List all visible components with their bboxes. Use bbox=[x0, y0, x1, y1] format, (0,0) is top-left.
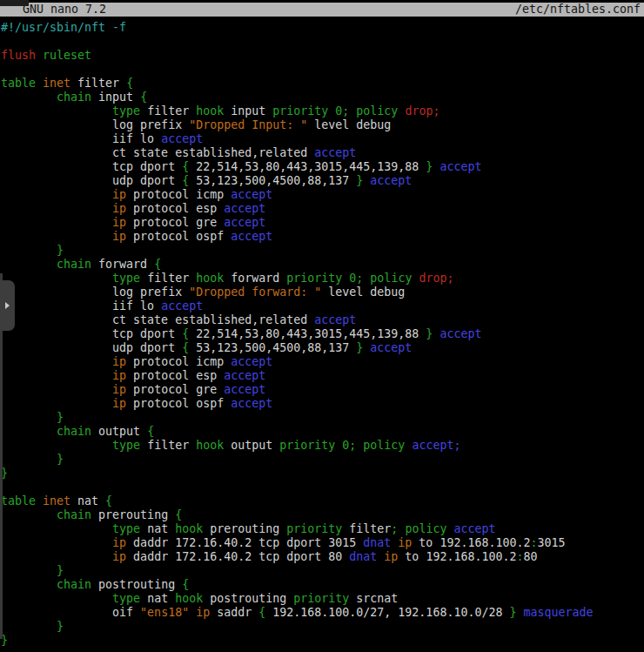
code-line[interactable]: ct state established,related accept bbox=[1, 146, 594, 160]
code-line[interactable] bbox=[1, 35, 594, 49]
code-line[interactable]: } bbox=[1, 411, 594, 425]
code-line[interactable]: udp dport { 53,123,500,4500,88,137 } acc… bbox=[1, 174, 594, 188]
code-line[interactable]: ip protocol esp accept bbox=[1, 202, 594, 216]
code-line[interactable]: type filter hook output priority 0; poli… bbox=[1, 439, 594, 453]
code-line[interactable]: } bbox=[1, 453, 594, 467]
code-line[interactable]: type filter hook input priority 0; polic… bbox=[1, 104, 594, 118]
code-line[interactable]: udp dport { 53,123,500,4500,88,137 } acc… bbox=[1, 341, 594, 355]
code-line[interactable]: chain prerouting { bbox=[1, 508, 594, 522]
code-line[interactable]: ip daddr 172.16.40.2 tcp dport 80 dnat i… bbox=[1, 550, 594, 564]
code-line[interactable] bbox=[1, 481, 594, 494]
code-line[interactable]: chain forward { bbox=[1, 258, 594, 272]
code-line[interactable]: table inet nat { bbox=[1, 494, 594, 508]
chevron-right-icon bbox=[5, 302, 10, 309]
code-line[interactable]: chain postrouting { bbox=[1, 578, 594, 592]
code-line[interactable]: } bbox=[1, 620, 594, 634]
code-line[interactable]: flush ruleset bbox=[1, 49, 594, 63]
code-line[interactable]: ip protocol icmp accept bbox=[1, 355, 594, 369]
code-line[interactable]: } bbox=[1, 564, 594, 578]
code-line[interactable]: log prefix "Dropped Input: " level debug bbox=[1, 118, 594, 132]
code-line[interactable]: chain input { bbox=[1, 91, 594, 104]
code-line[interactable]: ip protocol ospf accept bbox=[1, 397, 594, 411]
code-line[interactable]: log prefix "Dropped forward: " level deb… bbox=[1, 286, 594, 299]
corner-notch bbox=[0, 0, 29, 6]
file-path: /etc/nftables.conf bbox=[515, 3, 644, 17]
code-line[interactable] bbox=[1, 63, 594, 77]
code-line[interactable]: chain output { bbox=[1, 425, 594, 439]
code-line[interactable]: iif lo accept bbox=[1, 132, 594, 146]
code-line[interactable]: type nat hook prerouting priority filter… bbox=[1, 522, 594, 536]
code-line[interactable]: ip protocol ospf accept bbox=[1, 230, 594, 244]
panel-toggle-tab[interactable] bbox=[0, 280, 15, 331]
code-line[interactable]: type nat hook postrouting priority srcna… bbox=[1, 592, 594, 606]
code-line[interactable]: } bbox=[1, 244, 594, 258]
code-line[interactable]: ip protocol gre accept bbox=[1, 383, 594, 397]
code-line[interactable]: tcp dport { 22,514,53,80,443,3015,445,13… bbox=[1, 160, 594, 174]
code-line[interactable]: #!/usr/sbin/nft -f bbox=[1, 21, 594, 35]
code-line[interactable]: table inet filter { bbox=[1, 77, 594, 91]
code-line[interactable]: ip protocol gre accept bbox=[1, 216, 594, 230]
code-line[interactable]: ip daddr 172.16.40.2 tcp dport 3015 dnat… bbox=[1, 536, 594, 550]
code-line[interactable]: tcp dport { 22,514,53,80,443,3015,445,13… bbox=[1, 327, 594, 341]
code-line[interactable]: ip protocol esp accept bbox=[1, 369, 594, 383]
code-line[interactable]: } bbox=[1, 634, 594, 648]
code-line[interactable]: iif lo accept bbox=[1, 299, 594, 313]
code-line[interactable]: oif "ens18" ip saddr { 192.168.100.0/27,… bbox=[1, 606, 594, 620]
code-line[interactable]: ip protocol icmp accept bbox=[1, 188, 594, 202]
editor-area[interactable]: #!/usr/sbin/nft -fflush rulesettable ine… bbox=[1, 21, 594, 648]
code-line[interactable]: } bbox=[1, 467, 594, 481]
code-line[interactable]: type filter hook forward priority 0; pol… bbox=[1, 272, 594, 286]
code-line[interactable]: ct state established,related accept bbox=[1, 313, 594, 327]
nano-titlebar: GNU nano 7.2 /etc/nftables.conf bbox=[0, 3, 644, 17]
